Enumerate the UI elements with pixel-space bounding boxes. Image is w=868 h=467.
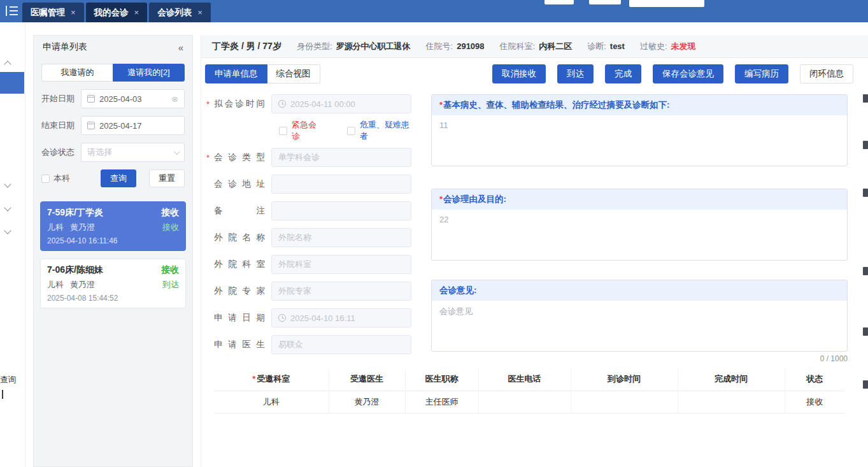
consult-time-label: 拟会诊时间 [214,98,265,110]
apply-date-value: 2025-04-10 16:11 [290,313,355,323]
rail-active-item[interactable] [0,72,24,94]
table-header-cell: 医生职称 [405,368,478,391]
card-time: 2025-04-08 15:44:52 [47,294,179,303]
ext-dept-label: 外院科室 [214,259,265,270]
chevron-up-icon[interactable] [4,61,11,68]
required-mark: * [206,99,214,109]
start-date-input[interactable]: 2025-04-03 ⊗ [81,89,185,108]
end-date-input[interactable]: 2025-04-17 [81,116,185,135]
critical-checkbox[interactable]: 危重、疑难患者 [347,119,416,142]
consult-detail-column: *基本病史、查体、辅助检查结果、治疗经过摘要及诊断如下: 11 *会诊理由及目的… [431,94,848,363]
tab-consultation-list[interactable]: 会诊列表 × [149,3,211,22]
cancel-receive-button[interactable]: 取消接收 [492,64,546,83]
write-record-button[interactable]: 编写病历 [735,64,788,83]
menu-icon-bar [6,6,7,16]
detail-columns: * 拟会诊时间 2025-04-11 00:00 紧急会诊 危重、疑难患者 [201,94,868,363]
status-row: 会诊状态 请选择 [41,143,185,162]
collapse-icon[interactable]: « [178,42,183,53]
tab-order-management[interactable]: 医嘱管理 × [22,3,84,22]
tab-label: 医嘱管理 [31,7,65,18]
menu-icon[interactable] [6,6,20,17]
status-select[interactable]: 请选择 [81,143,185,162]
reason-textarea[interactable]: 22 [432,210,847,260]
consult-type-row: * 会诊类型 单学科会诊 [206,148,416,167]
card-bed-patient: 7-06床/陈细妹 [47,264,103,276]
status-placeholder: 请选择 [87,147,112,158]
tab-my-consultation[interactable]: 我的会诊 × [86,3,148,22]
rail-partial-mark [2,390,3,399]
ext-expert-input[interactable]: 外院专家 [271,282,411,301]
reset-button[interactable]: 重置 [149,169,185,187]
loop-info-button[interactable]: 闭环信息 [800,64,853,83]
consult-type-label: 会诊类型 [214,152,265,163]
card-sub-status: 接收 [162,222,179,233]
close-icon[interactable]: × [134,8,139,17]
calendar-icon [87,95,95,103]
close-icon[interactable]: × [197,8,203,17]
own-dept-checkbox[interactable] [41,175,50,183]
apply-date-input[interactable]: 2025-04-10 16:11 [271,308,411,327]
apply-doctor-value: 易联众 [278,339,303,350]
opinion-textarea[interactable]: 会诊意见 [432,301,847,351]
apply-doctor-label: 申请医生 [214,339,265,350]
ext-dept-row: 外院科室 外院科室 [206,255,416,274]
chevron-down-icon[interactable] [4,204,11,211]
right-edge-partial-icon [863,267,868,275]
apply-doctor-input[interactable]: 易联众 [271,335,411,354]
ward-label: 住院科室: [500,41,536,52]
save-opinion-button[interactable]: 保存会诊意见 [653,64,723,83]
chevron-down-icon[interactable] [4,180,11,187]
ext-dept-input[interactable]: 外院科室 [271,255,411,274]
right-edge-partial-icon [863,141,868,149]
table-cell-status: 接收 [785,391,844,413]
complete-button[interactable]: 完成 [605,64,641,83]
search-button[interactable]: 查询 [101,169,136,187]
card-status: 接收 [161,264,179,276]
reason-section: *会诊理由及目的: 22 [431,189,848,261]
ext-hospital-input[interactable]: 外院名称 [271,228,411,247]
request-card[interactable]: 7-59床/丁学炎 接收 儿科 黄乃澄 接收 2025-04-10 16:11:… [40,201,186,251]
consult-address-input[interactable] [271,175,411,194]
ext-hospital-placeholder: 外院名称 [278,232,311,243]
toggle-invite-me[interactable]: 邀请我的[2] [113,64,185,82]
diagnosis-group: 诊断: test [587,41,625,52]
urgent-label: 紧急会诊 [292,119,324,142]
required-mark: * [439,194,443,204]
remark-row: 备注 [206,201,416,220]
menu-icon-lines [10,6,18,18]
tab-label: 会诊列表 [157,7,192,18]
chevron-down-icon[interactable] [4,227,11,234]
toggle-invited-by-me[interactable]: 我邀请的 [41,64,113,82]
tab-label: 我的会诊 [94,7,129,18]
history-textarea[interactable]: 11 [432,115,847,166]
table-row[interactable]: 儿科 黄乃澄 主任医师 接收 [214,391,844,413]
allergy-group: 过敏史: 未发现 [640,41,696,52]
panel-title: 申请单列表 [43,41,87,53]
cutoff-header-field [589,0,621,4]
chevron-down-icon [174,148,180,155]
reason-title: 会诊理由及目的: [443,194,506,204]
main-toolbar: 申请单信息 综合视图 取消接收 到达 完成 保存会诊意见 编写病历 闭环信息 [201,64,868,83]
remark-input[interactable] [271,201,411,220]
consult-time-input[interactable]: 2025-04-11 00:00 [271,94,411,113]
close-icon[interactable]: × [71,8,76,17]
arrive-button[interactable]: 到达 [557,64,594,83]
request-card[interactable]: 7-06床/陈细妹 接收 儿科 黄乃澄 到达 2025-04-08 15:44:… [40,259,186,308]
urgent-checkbox[interactable]: 紧急会诊 [279,119,324,142]
consult-type-input[interactable]: 单学科会诊 [271,148,411,167]
tab-request-info[interactable]: 申请单信息 [205,64,267,83]
tab-overview[interactable]: 综合视图 [267,64,320,83]
right-edge-partial-icon [863,327,868,336]
card-status: 接收 [161,207,179,219]
end-date-label: 结束日期 [41,120,81,131]
identity-label: 身份类型: [297,41,332,52]
clear-icon[interactable]: ⊗ [171,94,178,104]
table-header-cell: 状态 [785,368,844,391]
ext-expert-label: 外院专家 [214,285,265,297]
critical-label: 危重、疑难患者 [360,119,416,142]
invite-toggle-group: 我邀请的 邀请我的[2] [41,64,185,82]
request-form: * 拟会诊时间 2025-04-11 00:00 紧急会诊 危重、疑难患者 [206,94,416,363]
diagnosis-value: test [610,41,625,51]
consult-address-row: 会诊地址 [206,175,416,194]
history-title: 基本病史、查体、辅助检查结果、治疗经过摘要及诊断如下: [443,100,670,110]
